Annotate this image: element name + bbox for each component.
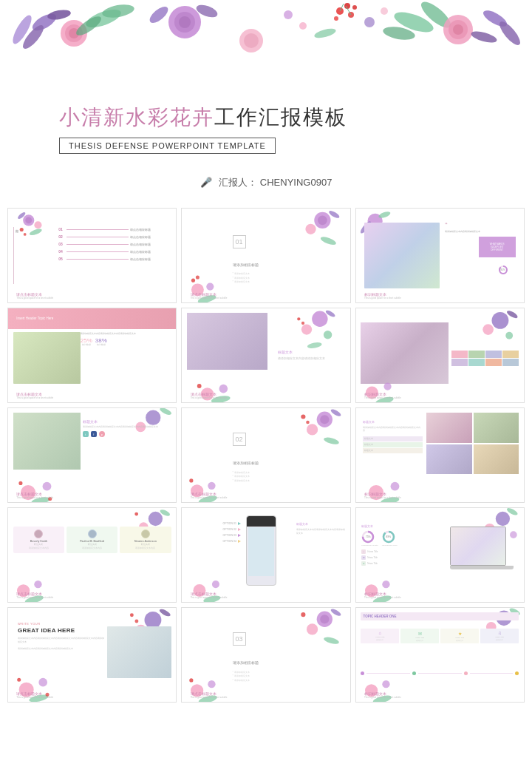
svg-point-61 xyxy=(312,311,327,327)
svg-point-131 xyxy=(17,677,21,681)
svg-point-39 xyxy=(25,217,32,223)
svg-point-92 xyxy=(301,414,306,419)
chinese-title-rest: 工作汇报模板 xyxy=(214,106,347,129)
slide-thumb-1[interactable]: 汇报内容 01请点击相应标题 02请点击相应标题 03请点击相应标题 04请点击… xyxy=(7,208,177,303)
svg-point-64 xyxy=(324,331,332,339)
svg-point-41 xyxy=(34,221,41,229)
chinese-title-highlight: 小清新水彩花卉 xyxy=(59,106,214,129)
slide-thumb-10[interactable]: Beverly Smith 职位头衔 请添加相应文本内容 Pauline M. … xyxy=(7,507,177,603)
slide-thumb-7[interactable]: 标题文本 请添加相应文本内容请添加相应文本内容请添加相应文本内容请添加相应文本 … xyxy=(7,407,177,503)
slide-thumb-14[interactable]: 03 请添加相应标题 * 请添加相应文本 * 请添加相应文本 * 请添加相应文本… xyxy=(181,607,350,703)
svg-point-66 xyxy=(301,322,304,325)
reporter-name: CHENYING0907 xyxy=(260,177,332,188)
svg-point-107 xyxy=(34,581,41,588)
svg-point-20 xyxy=(334,16,338,21)
title-section: 小清新水彩花卉工作汇报模板 THESIS DEFENSE POWERPOINT … xyxy=(0,96,532,165)
svg-point-96 xyxy=(208,481,216,489)
svg-point-33 xyxy=(284,10,293,19)
slide-thumb-15[interactable]: TOPIC HEADER ONE ⌂ Home Title 请添加文本 ✉ Ne… xyxy=(355,607,525,703)
slide1-footer-sub: This is good space for a short subtitle xyxy=(16,297,53,300)
svg-point-35 xyxy=(364,17,375,27)
svg-point-43 xyxy=(20,228,24,231)
svg-point-100 xyxy=(390,482,399,491)
slide-thumb-4[interactable]: Insert Header Topic Here 请添加相应文本内容请添加相应文… xyxy=(7,308,177,403)
svg-point-142 xyxy=(190,678,194,682)
svg-point-37 xyxy=(313,27,337,39)
svg-point-130 xyxy=(38,677,47,686)
svg-point-101 xyxy=(148,512,162,526)
svg-point-70 xyxy=(219,385,228,393)
header-floral xyxy=(0,0,532,96)
svg-point-91 xyxy=(323,436,340,446)
svg-point-31 xyxy=(497,18,523,48)
svg-point-72 xyxy=(492,312,509,329)
svg-point-97 xyxy=(190,478,194,482)
svg-point-16 xyxy=(244,33,259,48)
svg-point-111 xyxy=(496,512,510,526)
svg-point-34 xyxy=(299,22,307,30)
svg-point-36 xyxy=(381,7,388,15)
mic-icon: 🎤 xyxy=(200,177,212,188)
svg-point-71 xyxy=(197,384,202,388)
svg-point-104 xyxy=(134,512,138,516)
svg-point-80 xyxy=(159,408,172,416)
slide-thumb-13[interactable]: WRITE YOUR GREAT IDEA HERE 请添加相应文本内容请添加相… xyxy=(7,607,177,703)
slide-thumb-6[interactable]: 标识标题文本 This is good space for a short su… xyxy=(355,308,525,403)
reporter-label: 汇报人： xyxy=(219,177,257,188)
svg-point-32 xyxy=(470,30,498,45)
svg-point-137 xyxy=(323,636,340,646)
svg-point-21 xyxy=(352,5,357,10)
svg-point-121 xyxy=(382,581,389,588)
svg-point-53 xyxy=(191,279,195,282)
svg-point-134 xyxy=(321,615,330,623)
svg-point-110 xyxy=(212,581,219,588)
svg-point-13 xyxy=(147,4,171,26)
svg-point-122 xyxy=(144,612,161,629)
chinese-title: 小清新水彩花卉工作汇报模板 xyxy=(59,104,473,132)
svg-point-126 xyxy=(130,613,134,617)
english-subtitle: THESIS DEFENSE POWERPOINT TEMPLATE xyxy=(69,141,266,150)
reporter-section: 🎤 汇报人： CHENYING0907 xyxy=(0,165,532,204)
svg-point-85 xyxy=(18,481,22,485)
svg-point-29 xyxy=(453,24,463,35)
svg-point-84 xyxy=(43,482,52,491)
slides-grid: 汇报内容 01请点击相应标题 02请点击相应标题 03请点击相应标题 04请点击… xyxy=(0,204,532,706)
svg-point-12 xyxy=(179,16,191,28)
svg-point-54 xyxy=(196,276,200,280)
slide-thumb-9[interactable]: 标题文本 请添加相应文本内容请添加相应文本内容请添加相应文本内容 标题文本 标题… xyxy=(355,407,525,503)
svg-point-93 xyxy=(306,421,310,424)
svg-point-127 xyxy=(134,619,138,623)
slide-thumb-12[interactable]: 标题文本 75% Membership Growth xyxy=(355,507,525,603)
svg-point-148 xyxy=(382,680,389,688)
svg-point-48 xyxy=(305,224,316,234)
svg-point-75 xyxy=(506,332,514,339)
svg-point-44 xyxy=(24,233,27,236)
svg-point-78 xyxy=(383,383,391,390)
english-subtitle-box: THESIS DEFENSE POWERPOINT TEMPLATE xyxy=(59,138,276,154)
slide-thumb-11[interactable]: OPTION 01 OPTION 02 OPTION 03 OPTION 04 xyxy=(181,507,350,603)
svg-point-65 xyxy=(297,317,300,320)
svg-point-67 xyxy=(307,342,322,350)
svg-point-42 xyxy=(29,228,43,237)
slide-thumb-3[interactable]: “ 请添加相应文本内容请添加相应文本 85% WHAT MAKESSLIDEPO… xyxy=(355,208,525,303)
svg-point-52 xyxy=(207,283,214,291)
svg-point-63 xyxy=(301,324,312,334)
slide-thumb-8[interactable]: 02 请添加相应标题 * 请添加相应文本 * 请添加相应文本 * 请添加相应文本… xyxy=(181,407,350,503)
svg-point-138 xyxy=(301,612,306,617)
svg-point-74 xyxy=(483,324,494,335)
svg-point-88 xyxy=(321,415,330,424)
slide-thumb-5[interactable]: 标题文本 请添加相应文本内容请添加相应文本 请点击标题文本 This is go… xyxy=(181,308,350,403)
slide-thumb-2[interactable]: 01 请添加相应标题 * 请添加相应文本 * 请添加相应文本 * 请添加相应文本… xyxy=(181,208,350,303)
svg-point-141 xyxy=(208,680,216,688)
svg-point-49 xyxy=(319,235,337,246)
svg-point-90 xyxy=(307,424,318,435)
svg-point-46 xyxy=(318,216,327,226)
svg-point-136 xyxy=(307,623,318,635)
